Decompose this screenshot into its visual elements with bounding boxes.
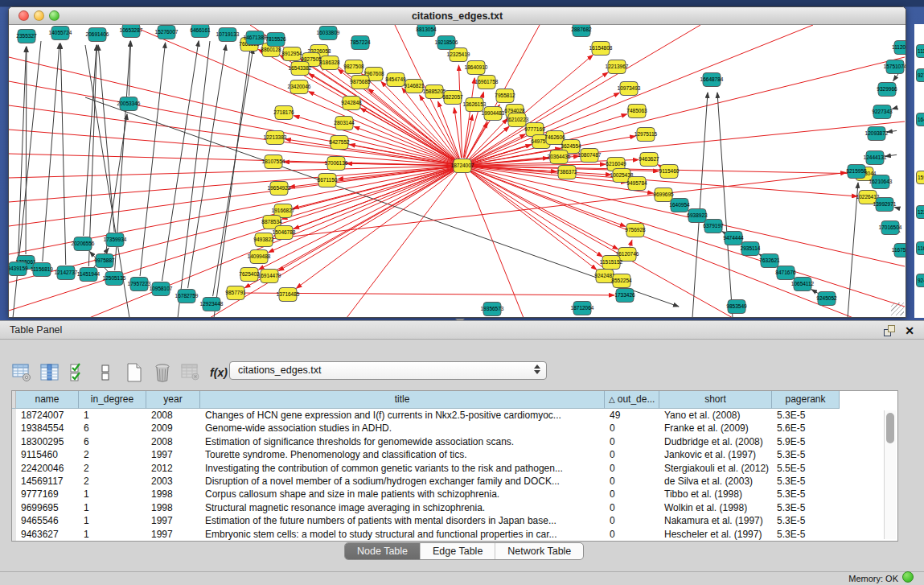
network-node[interactable]: 16914479: [258, 270, 281, 283]
network-node[interactable]: 11156819: [31, 263, 53, 277]
network-node[interactable]: 18712064: [571, 302, 594, 315]
scrollbar-thumb[interactable]: [886, 413, 894, 443]
table-cell[interactable]: Stergiakouli et al. (2012): [659, 462, 772, 475]
network-node[interactable]: 9875685: [350, 76, 371, 89]
table-cell[interactable]: 0: [605, 422, 659, 435]
table-cell[interactable]: 1997: [146, 528, 200, 541]
network-node[interactable]: 23420046: [288, 80, 311, 94]
network-node[interactable]: 16210223: [506, 113, 529, 127]
network-window[interactable]: citations_edges.txt 18724007766382288601…: [8, 6, 906, 318]
network-node[interactable]: 2355327: [16, 30, 37, 43]
network-node[interactable]: 15751074: [884, 60, 906, 74]
table-cell[interactable]: Investigating the contribution of common…: [200, 462, 605, 475]
network-node[interactable]: 8912954: [281, 47, 302, 61]
table-cell[interactable]: 18724007: [16, 409, 79, 422]
network-node[interactable]: 9857791: [225, 286, 246, 300]
network-node[interactable]: 6938923: [687, 209, 708, 223]
column-header-out_de[interactable]: △out_de...: [605, 391, 659, 409]
table-cell[interactable]: Disruption of a novel member of a sodium…: [200, 475, 605, 488]
table-cell[interactable]: 0: [605, 435, 659, 448]
table-row[interactable]: 2242004622012Investigating the contribut…: [12, 462, 897, 475]
table-row[interactable]: 1872400712008Changes of HCN gene express…: [12, 409, 897, 422]
table-cell[interactable]: Dudbridge et al. (2008): [659, 435, 772, 448]
table-cell[interactable]: 5.3E-5: [772, 475, 840, 488]
table-cell[interactable]: 0: [605, 448, 659, 461]
table-cell[interactable]: 0: [605, 488, 659, 501]
table-row[interactable]: 946554611997Estimation of the future num…: [12, 514, 897, 527]
network-window-titlebar[interactable]: citations_edges.txt: [9, 7, 906, 25]
table-cell[interactable]: 5.3E-5: [772, 448, 840, 461]
network-node[interactable]: 9699695: [653, 188, 674, 202]
network-node[interactable]: 18640910: [465, 61, 488, 75]
network-node[interactable]: 6822057: [442, 91, 463, 105]
select-all-rows-icon[interactable]: [68, 362, 88, 383]
network-node[interactable]: 16648784: [700, 73, 724, 87]
network-node[interactable]: 20691406: [86, 28, 109, 42]
table-cell[interactable]: 1: [79, 409, 146, 422]
network-node[interactable]: 18724007: [451, 159, 474, 173]
network-node[interactable]: 8454749: [385, 73, 406, 87]
network-node[interactable]: 12444131: [864, 151, 887, 165]
column-header-in_degree[interactable]: in_degree: [79, 391, 146, 409]
table-cell[interactable]: 5.3E-5: [772, 488, 840, 501]
network-node[interactable]: 8813054: [416, 25, 437, 37]
table-cell[interactable]: 5.6E-5: [772, 422, 840, 435]
table-cell[interactable]: Embryonic stem cells: a model to study s…: [200, 528, 605, 541]
table-cell[interactable]: 0: [605, 462, 659, 475]
network-node-partial[interactable]: 9273: [916, 68, 924, 82]
table-cell[interactable]: 5.3E-5: [772, 409, 840, 422]
table-cell[interactable]: 5.3E-5: [772, 514, 840, 527]
table-cell[interactable]: 1997: [146, 514, 200, 527]
table-cell[interactable]: Tourette syndrome. Phenomenology and cla…: [200, 448, 605, 461]
network-node[interactable]: 8215958: [846, 165, 867, 179]
network-node[interactable]: 19904483: [482, 107, 505, 121]
network-node[interactable]: 6466161: [190, 25, 211, 38]
table-cell[interactable]: 9699695: [16, 501, 79, 514]
table-row[interactable]: 969969511998Structural magnetic resonanc…: [12, 501, 897, 514]
table-cell[interactable]: Yano et al. (2008): [659, 409, 772, 422]
new-document-icon[interactable]: [124, 362, 145, 383]
network-node[interactable]: 17957223: [128, 278, 151, 291]
table-cell[interactable]: 2: [79, 462, 146, 475]
network-node[interactable]: 8471676: [775, 266, 796, 280]
table-cell[interactable]: 2012: [146, 462, 200, 475]
table-cell[interactable]: 6: [79, 435, 146, 448]
network-node[interactable]: 20206556: [72, 237, 95, 251]
network-node[interactable]: 16782759: [175, 290, 199, 303]
network-node[interactable]: 7857224: [350, 36, 371, 50]
network-node[interactable]: 9245052: [816, 292, 837, 306]
tab-network-table[interactable]: Network Table: [495, 543, 583, 559]
table-cell[interactable]: 5.3E-5: [772, 528, 840, 541]
table-cell[interactable]: 5.9E-5: [772, 435, 840, 448]
network-canvas[interactable]: 1872400776638228860128891295423226058982…: [9, 25, 906, 317]
table-cell[interactable]: 2003: [146, 475, 200, 488]
table-cell[interactable]: 9777169: [16, 488, 79, 501]
network-node[interactable]: 10654112: [791, 278, 815, 291]
close-traffic-light-icon[interactable]: [18, 10, 29, 21]
table-cell[interactable]: 5.3E-5: [772, 501, 840, 514]
network-node[interactable]: 20053346: [117, 97, 141, 111]
network-node[interactable]: 13626153: [463, 98, 487, 112]
table-mode-icon[interactable]: [11, 362, 32, 383]
column-select-icon[interactable]: [39, 362, 60, 383]
network-node[interactable]: 9756928: [625, 224, 646, 237]
table-cell[interactable]: 2: [79, 475, 146, 488]
network-node[interactable]: 12213967: [606, 60, 629, 74]
network-node[interactable]: 11451944: [77, 268, 101, 282]
table-cell[interactable]: 2: [79, 448, 146, 461]
zoom-traffic-light-icon[interactable]: [49, 10, 60, 21]
table-cell[interactable]: 1: [79, 514, 146, 527]
network-node[interactable]: 16543382: [289, 62, 312, 76]
network-node[interactable]: 15276007: [155, 26, 179, 39]
network-node[interactable]: 12325419: [447, 48, 470, 62]
table-cell[interactable]: 1998: [146, 488, 200, 501]
table-cell[interactable]: Nakamura et al. (1997): [659, 514, 772, 527]
table-cell[interactable]: 22420046: [16, 462, 79, 475]
network-node[interactable]: 17016504: [879, 221, 902, 235]
network-node[interactable]: 12975115: [634, 128, 658, 142]
table-cell[interactable]: 1: [79, 528, 146, 541]
network-node[interactable]: 20364436: [548, 150, 571, 164]
network-node[interactable]: 11515152: [600, 256, 623, 270]
network-node[interactable]: 9853549: [726, 300, 747, 314]
table-row[interactable]: 911546021997Tourette syndrome. Phenomeno…: [12, 448, 897, 461]
